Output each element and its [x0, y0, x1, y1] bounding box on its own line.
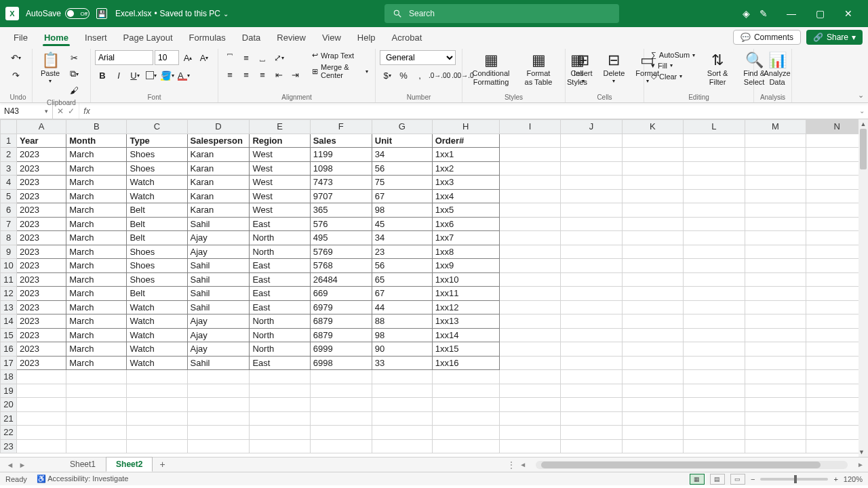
sort-filter-button[interactable]: ⇅Sort & Filter — [701, 50, 734, 88]
cell[interactable]: March — [66, 328, 127, 342]
bold-button[interactable]: B — [95, 68, 110, 83]
cell[interactable] — [622, 203, 684, 218]
cell[interactable] — [745, 314, 806, 329]
cell[interactable] — [187, 439, 250, 453]
cell[interactable]: March — [66, 231, 127, 245]
cell[interactable] — [250, 439, 310, 453]
tab-page-layout[interactable]: Page Layout — [115, 28, 181, 46]
row-header[interactable]: 3 — [1, 161, 17, 176]
cell[interactable] — [622, 300, 684, 314]
cell[interactable]: 1199 — [310, 148, 372, 162]
undo-button[interactable]: ↶▾ — [8, 50, 23, 65]
cell[interactable] — [561, 370, 623, 384]
row-header[interactable]: 8 — [1, 231, 17, 245]
font-name-combo[interactable] — [95, 50, 153, 65]
cell[interactable] — [622, 189, 684, 203]
diamond-icon[interactable]: ◈ — [743, 8, 750, 19]
row-header[interactable]: 13 — [1, 300, 17, 314]
column-header-F[interactable]: F — [310, 120, 372, 134]
cell[interactable] — [684, 161, 745, 176]
cell[interactable]: March — [66, 287, 127, 301]
row-header[interactable]: 11 — [1, 272, 17, 287]
cell[interactable] — [127, 439, 187, 453]
cell[interactable]: March — [66, 217, 127, 231]
conditional-formatting-button[interactable]: ▦Conditional Formatting — [467, 50, 515, 88]
cell[interactable] — [250, 398, 310, 412]
cell[interactable] — [66, 370, 127, 384]
cell[interactable] — [684, 342, 745, 357]
cell[interactable] — [622, 426, 684, 440]
paste-button[interactable]: 📋Paste▾ — [37, 50, 64, 86]
borders-button[interactable]: ▾ — [144, 68, 159, 83]
cell[interactable] — [684, 287, 745, 301]
cell[interactable] — [310, 370, 372, 384]
orientation-button[interactable]: ⤢▾ — [271, 50, 286, 65]
cell[interactable] — [745, 439, 806, 453]
cell[interactable]: Sahil — [187, 217, 250, 231]
cell[interactable] — [499, 189, 560, 203]
cell[interactable] — [684, 314, 745, 329]
accessibility-status[interactable]: ♿ Accessibility: Investigate — [37, 474, 129, 483]
cell[interactable] — [561, 398, 623, 412]
cell[interactable] — [684, 259, 745, 273]
cell[interactable] — [684, 231, 745, 245]
sheet-tab-sheet1[interactable]: Sheet1 — [60, 457, 106, 472]
cell[interactable] — [432, 439, 499, 453]
cell[interactable]: 1xx16 — [432, 356, 499, 370]
cell[interactable] — [622, 439, 684, 453]
cell[interactable]: 365 — [310, 203, 372, 218]
cell[interactable]: 5768 — [310, 259, 372, 273]
tab-acrobat[interactable]: Acrobat — [384, 28, 431, 46]
cell[interactable] — [499, 439, 560, 453]
align-right-button[interactable]: ≡ — [255, 67, 270, 82]
column-header-E[interactable]: E — [250, 120, 310, 134]
align-bottom-button[interactable]: ⎵ — [255, 50, 270, 65]
cell[interactable]: Ajay — [187, 342, 250, 357]
cell[interactable] — [684, 245, 745, 259]
cell[interactable] — [745, 148, 806, 162]
cell[interactable]: Salesperson — [187, 134, 250, 148]
tab-data[interactable]: Data — [234, 28, 269, 46]
zoom-out-button[interactable]: − — [751, 475, 755, 483]
cell[interactable]: 90 — [372, 342, 432, 357]
cell[interactable] — [561, 300, 623, 314]
formula-input[interactable] — [94, 103, 856, 119]
clear-button[interactable]: ◇ Clear ▾ — [648, 71, 698, 81]
cell[interactable] — [372, 384, 432, 398]
cell[interactable]: 26484 — [310, 272, 372, 287]
cell[interactable] — [561, 314, 623, 329]
cell[interactable] — [250, 370, 310, 384]
tab-split-handle[interactable]: ⋮ — [507, 460, 515, 470]
cell[interactable] — [561, 384, 623, 398]
cell[interactable]: Shoes — [127, 148, 187, 162]
cell[interactable]: 6879 — [310, 328, 372, 342]
cell[interactable] — [499, 259, 560, 273]
cell[interactable]: Shoes — [127, 259, 187, 273]
cell[interactable] — [561, 328, 623, 342]
cell[interactable] — [499, 203, 560, 218]
cell[interactable]: North — [250, 245, 310, 259]
cell[interactable] — [684, 398, 745, 412]
cell[interactable]: 56 — [372, 259, 432, 273]
cell[interactable]: Sahil — [187, 272, 250, 287]
cell[interactable]: Karan — [187, 148, 250, 162]
cell[interactable]: 495 — [310, 231, 372, 245]
cell[interactable]: 1098 — [310, 161, 372, 176]
tab-help[interactable]: Help — [349, 28, 384, 46]
cell[interactable]: Order# — [432, 134, 499, 148]
cell[interactable]: 67 — [372, 287, 432, 301]
horizontal-scrollbar[interactable] — [536, 461, 848, 469]
cell[interactable]: 6979 — [310, 300, 372, 314]
tab-home[interactable]: Home — [36, 28, 77, 46]
cut-button[interactable]: ✂ — [66, 50, 81, 65]
accounting-format-button[interactable]: $▾ — [380, 68, 395, 83]
cell[interactable] — [127, 384, 187, 398]
cell[interactable] — [622, 231, 684, 245]
cell[interactable]: 6999 — [310, 342, 372, 357]
cell[interactable]: 23 — [372, 245, 432, 259]
cell[interactable] — [745, 189, 806, 203]
cell[interactable] — [745, 342, 806, 357]
format-as-table-button[interactable]: ▦Format as Table — [518, 50, 559, 88]
column-header-D[interactable]: D — [187, 120, 250, 134]
cell[interactable]: Belt — [127, 217, 187, 231]
